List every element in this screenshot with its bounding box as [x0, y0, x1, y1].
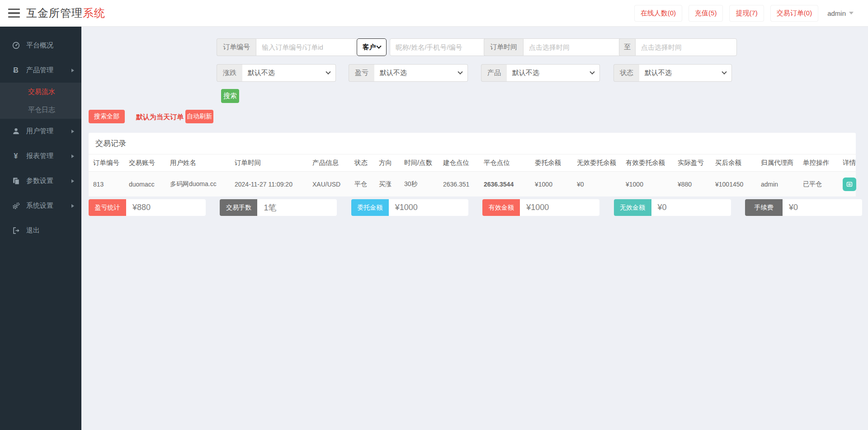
page-title: 互金所管理系统 [26, 6, 105, 20]
status-label: 状态 [613, 64, 639, 82]
col-header: 交易账号 [129, 159, 170, 167]
app-root: 互金所管理系统 在线人数(0) 充值(5) 提现(7) 交易订单(0) admi… [0, 0, 868, 430]
sidebar-item-label: 产品管理 [26, 66, 53, 75]
chevron-down-icon [590, 69, 594, 74]
chevron-right-icon [71, 69, 74, 72]
sidebar-item-system-settings[interactable]: 系统设置 [0, 193, 81, 218]
sidebar-item-logout[interactable]: 退出 [0, 218, 81, 243]
stat-label: 委托金额 [351, 199, 389, 216]
cell-duration: 30秒 [404, 180, 443, 188]
cell-entrust-amount: ¥1000 [535, 181, 577, 188]
customer-type-group: 客户 [357, 38, 387, 56]
today-orders-note: 默认为当天订单 [136, 113, 184, 122]
user-icon [11, 127, 21, 135]
col-header: 订单编号 [93, 159, 129, 167]
col-header: 订单时间 [235, 159, 312, 167]
trade-orders-link[interactable]: 交易订单(0) [770, 5, 818, 22]
cell-open-point: 2636.351 [443, 181, 484, 188]
bitcoin-icon: Ƀ [11, 66, 21, 75]
stat-value: ¥880 [126, 199, 206, 216]
chevron-right-icon [71, 154, 74, 158]
customer-keyword-input[interactable] [390, 38, 491, 56]
sidebar-item-product-mgmt[interactable]: Ƀ 产品管理 [0, 58, 81, 83]
search-all-button[interactable]: 搜索全部 [89, 110, 125, 123]
sidebar-item-user-mgmt[interactable]: 用户管理 [0, 119, 81, 144]
search-button[interactable]: 搜索 [221, 89, 239, 103]
header-links: 在线人数(0) 充值(5) 提现(7) 交易订单(0) admin [634, 5, 868, 22]
col-header: 建仓点位 [443, 159, 484, 167]
col-header: 委托余额 [535, 159, 577, 167]
stat-invalid-amount: 无效金额 ¥0 [614, 199, 731, 216]
detail-button[interactable] [843, 178, 856, 191]
status-select[interactable]: 默认不选 [639, 64, 732, 82]
to-label: 至 [619, 38, 635, 56]
col-header: 状态 [354, 159, 379, 167]
chevron-down-icon [849, 12, 854, 14]
stat-value: ¥0 [783, 199, 862, 216]
sidebar-subitem-close-log[interactable]: 平仓日志 [0, 101, 81, 119]
cell-direction: 买涨 [379, 180, 404, 188]
auto-refresh-button[interactable]: 自动刷新 [185, 110, 213, 123]
cell-user-name: 多码网duoma.cc [170, 180, 235, 188]
stat-label: 交易手数 [220, 199, 257, 216]
status-filter-group: 状态 默认不选 [613, 64, 732, 82]
col-header: 单控操作 [803, 159, 843, 167]
time-to-group: 至 [619, 38, 732, 56]
recharge-link[interactable]: 充值(5) [689, 5, 723, 22]
stat-label: 盈亏统计 [89, 199, 126, 216]
product-select[interactable]: 默认不选 [507, 64, 600, 82]
stat-value: ¥1000 [520, 199, 599, 216]
top-header: 互金所管理系统 在线人数(0) 充值(5) 提现(7) 交易订单(0) admi… [0, 0, 868, 27]
col-header: 产品信息 [312, 159, 354, 167]
order-time-label: 订单时间 [484, 38, 523, 56]
cell-close-point: 2636.3544 [484, 181, 535, 188]
dashboard-icon [11, 42, 21, 49]
cell-valid-entrust: ¥1000 [626, 181, 678, 188]
sidebar-subitem-trade-flow[interactable]: 交易流水 [0, 83, 81, 101]
chevron-right-icon [71, 204, 74, 208]
stat-profit-total: 盈亏统计 ¥880 [89, 199, 206, 216]
sidebar-item-report-mgmt[interactable]: ¥ 报表管理 [0, 144, 81, 168]
sidebar-group-orders: 订单管理 交易流水 平仓日志 [0, 83, 81, 119]
customer-type-select[interactable]: 客户 [357, 38, 387, 56]
cell-order-time: 2024-11-27 11:09:20 [235, 181, 312, 188]
time-to-input[interactable] [635, 38, 737, 56]
gear-icon [11, 202, 21, 210]
rise-fall-filter-group: 涨跌 默认不选 [217, 64, 336, 82]
col-header: 买后余额 [715, 159, 761, 167]
col-header: 有效委托余额 [626, 159, 678, 167]
admin-username: admin [827, 9, 846, 17]
online-users-link[interactable]: 在线人数(0) [634, 5, 682, 22]
sidebar-item-params-settings[interactable]: 参数设置 [0, 168, 81, 193]
profit-select[interactable]: 默认不选 [374, 64, 468, 82]
sidebar-item-label: 退出 [26, 226, 40, 235]
time-from-input[interactable] [523, 38, 625, 56]
chevron-right-icon [71, 179, 74, 183]
main-content: 订单编号 客户 订单时间 至 涨跌 默认不选 [81, 27, 868, 430]
sidebar-item-label: 系统设置 [26, 201, 53, 210]
col-header: 平仓点位 [484, 159, 535, 167]
rise-fall-select[interactable]: 默认不选 [242, 64, 336, 82]
yen-icon: ¥ [11, 152, 21, 160]
product-filter-group: 产品 默认不选 [481, 64, 600, 82]
sidebar-subitem-label: 交易流水 [28, 88, 55, 96]
customer-keyword-group [390, 38, 474, 56]
cell-invalid-entrust: ¥0 [577, 181, 626, 188]
chevron-down-icon [722, 69, 726, 74]
hamburger-menu-icon[interactable] [8, 9, 20, 18]
summary-stats-row: 盈亏统计 ¥880 交易手数 1笔 委托金额 ¥1000 有效金额 ¥1000 … [89, 199, 862, 216]
admin-dropdown[interactable]: admin [825, 6, 856, 21]
chevron-down-icon [376, 43, 381, 48]
order-no-input[interactable] [256, 38, 358, 56]
sidebar-subitem-label: 平仓日志 [28, 106, 55, 114]
list-icon [846, 181, 853, 188]
sidebar-item-platform-overview[interactable]: 平台概况 [0, 33, 81, 58]
order-no-label: 订单编号 [217, 38, 256, 56]
stat-label: 无效金额 [614, 199, 651, 216]
profit-filter-group: 盈亏 默认不选 [349, 64, 468, 82]
cell-product: XAU/USD [312, 181, 354, 188]
product-label: 产品 [481, 64, 507, 82]
trade-records-panel: 交易记录 订单编号 交易账号 用户姓名 订单时间 产品信息 状态 方向 时间/点… [89, 133, 856, 196]
withdraw-link[interactable]: 提现(7) [729, 5, 764, 22]
col-header: 方向 [379, 159, 404, 167]
